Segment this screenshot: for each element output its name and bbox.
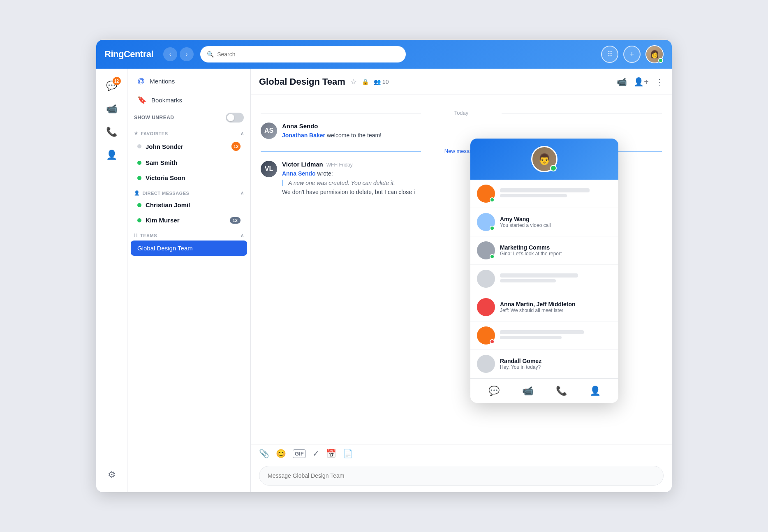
more-options-button[interactable]: ⋮ <box>655 77 664 87</box>
chat-toolbar: 📎 😊 GIF ✓ 📅 📄 <box>251 444 672 463</box>
message-row: AS Anna Sendo Jonathan Baker welcome to … <box>261 123 662 140</box>
add-button[interactable]: + <box>623 46 641 63</box>
grid-button[interactable]: ⠿ <box>601 46 618 63</box>
snippet-button[interactable]: 📄 <box>343 449 353 458</box>
back-button[interactable]: ‹ <box>163 47 177 61</box>
panel-avatar-container: 👨 <box>531 146 557 172</box>
dm-kim[interactable]: Kim Murser 12 <box>131 213 247 227</box>
contacts-icon: 👤 <box>106 150 117 160</box>
mentions-label: Mentions <box>150 78 175 85</box>
dm-collapse-icon[interactable]: ∧ <box>241 190 244 196</box>
user-avatar-container: 👩 <box>645 45 664 63</box>
message-time: WFH Friday <box>326 162 353 168</box>
sidebar-item-video[interactable]: 📹 <box>101 98 123 120</box>
chat-header-actions: 📹 👤+ ⋮ <box>617 77 664 87</box>
forward-button[interactable]: › <box>180 47 194 61</box>
panel-list-item-randall[interactable]: Randall Gomez Hey. You in today? <box>470 350 618 378</box>
members-icon: 👥 <box>374 79 381 85</box>
panel-item-avatar <box>477 298 495 316</box>
chat-title: Global Design Team <box>259 76 345 87</box>
favorites-section-header: ★ FAVORITES ∧ <box>127 126 250 138</box>
panel-video-button[interactable]: 📹 <box>522 386 533 396</box>
status-dot-offline <box>137 144 141 148</box>
chat-badge: 12 <box>113 77 121 85</box>
contact-victoria-soon[interactable]: Victoria Soon <box>131 171 247 185</box>
gif-button[interactable]: GIF <box>293 449 306 458</box>
show-unread-toggle[interactable] <box>226 113 244 123</box>
left-sidebar: @ Mentions 🔖 Bookmarks SHOW UNREAD ★ FAV… <box>127 69 251 492</box>
bookmarks-icon: 🔖 <box>137 95 146 104</box>
video-call-button[interactable]: 📹 <box>617 77 627 87</box>
panel-item-name: Marketing Comms <box>500 244 612 251</box>
panel-list-item-placeholder2[interactable] <box>470 322 618 350</box>
calendar-button[interactable]: 📅 <box>326 449 336 458</box>
sidebar-item-contacts[interactable]: 👤 <box>101 144 123 166</box>
day-divider: Today <box>261 110 662 116</box>
show-unread-label: SHOW UNREAD <box>134 115 174 120</box>
add-member-button[interactable]: 👤+ <box>634 77 649 87</box>
team-global-design[interactable]: Global Design Team <box>131 241 247 256</box>
status-dot-online <box>137 176 141 180</box>
panel-list: Amy Wang You started a video call Market… <box>470 180 618 378</box>
message-text-suffix: welcome to the team! <box>327 132 382 139</box>
task-button[interactable]: ✓ <box>312 449 319 458</box>
lock-icon[interactable]: 🔒 <box>362 79 369 85</box>
panel-list-item-amy[interactable]: Amy Wang You started a video call <box>470 208 618 236</box>
teams-section-header: ⁞⁞ TEAMS ∧ <box>127 228 250 240</box>
settings-button[interactable]: ⚙ <box>101 464 123 486</box>
members-badge: 👥 10 <box>374 79 389 85</box>
panel-item-avatar <box>477 213 495 231</box>
contact-john-sonder[interactable]: John Sonder 12 <box>131 139 247 154</box>
favorites-collapse-icon[interactable]: ∧ <box>241 131 244 136</box>
attach-button[interactable]: 📎 <box>259 449 269 458</box>
settings-icon: ⚙ <box>108 470 116 480</box>
star-icon[interactable]: ☆ <box>350 77 357 86</box>
message-link[interactable]: Jonathan Baker <box>282 132 325 139</box>
dm-christian[interactable]: Christian Jomil <box>131 198 247 212</box>
message-sender: Victor Lidman <box>282 161 323 168</box>
panel-item-avatar <box>477 270 495 288</box>
floating-panel: 👨 Amy Wang <box>470 139 618 403</box>
emoji-button[interactable]: 😊 <box>276 449 286 458</box>
dm-label: DIRECT MESSAGES <box>143 191 190 196</box>
panel-phone-button[interactable]: 📞 <box>556 386 567 396</box>
message-avatar: VL <box>261 161 277 177</box>
teams-collapse-icon[interactable]: ∧ <box>241 233 244 238</box>
search-input[interactable] <box>217 51 399 58</box>
panel-list-item[interactable] <box>470 180 618 208</box>
quote-author-link[interactable]: Anna Sendo <box>282 170 316 177</box>
message-input[interactable] <box>259 466 664 486</box>
panel-item-name: Anna Martin, Jeff Middleton <box>500 301 612 308</box>
panel-chat-button[interactable]: 💬 <box>488 386 500 396</box>
panel-item-preview: Hey. You in today? <box>500 364 612 370</box>
members-count: 10 <box>382 79 389 85</box>
show-unread-toggle-row: SHOW UNREAD <box>127 109 250 126</box>
panel-item-content <box>500 188 612 199</box>
search-icon: 🔍 <box>207 51 214 58</box>
panel-list-item-marketing[interactable]: Marketing Comms Gina: Let's look at the … <box>470 236 618 265</box>
panel-item-name: Amy Wang <box>500 216 612 222</box>
dm-icon: 👤 <box>134 190 140 196</box>
dm-section-header: 👤 DIRECT MESSAGES ∧ <box>127 185 250 197</box>
panel-profile-button[interactable]: 👤 <box>590 386 601 396</box>
panel-avatar-dot <box>550 165 557 171</box>
search-bar: 🔍 <box>200 46 406 62</box>
phone-icon: 📞 <box>106 127 117 137</box>
sidebar-item-chat[interactable]: 💬 12 <box>101 75 123 97</box>
contact-sam-smith[interactable]: Sam Smith <box>131 156 247 169</box>
bookmarks-item[interactable]: 🔖 Bookmarks <box>131 91 247 109</box>
contact-name: John Sonder <box>146 143 183 150</box>
mentions-item[interactable]: @ Mentions <box>131 73 247 90</box>
favorites-label: FAVORITES <box>141 131 168 136</box>
dm-name: Christian Jomil <box>146 201 190 208</box>
panel-item-preview: You started a video call <box>500 222 612 228</box>
status-dot-online <box>137 203 141 207</box>
panel-list-item-anna-jeff[interactable]: Anna Martin, Jeff Middleton Jeff: We sho… <box>470 293 618 322</box>
panel-footer: 💬 📹 📞 👤 <box>470 378 618 403</box>
panel-item-preview: Gina: Let's look at the report <box>500 251 612 257</box>
panel-item-avatar <box>477 241 495 259</box>
sidebar-item-phone[interactable]: 📞 <box>101 121 123 143</box>
panel-list-item-placeholder[interactable] <box>470 265 618 293</box>
panel-item-content <box>500 273 612 284</box>
contact-name: Sam Smith <box>146 159 178 166</box>
